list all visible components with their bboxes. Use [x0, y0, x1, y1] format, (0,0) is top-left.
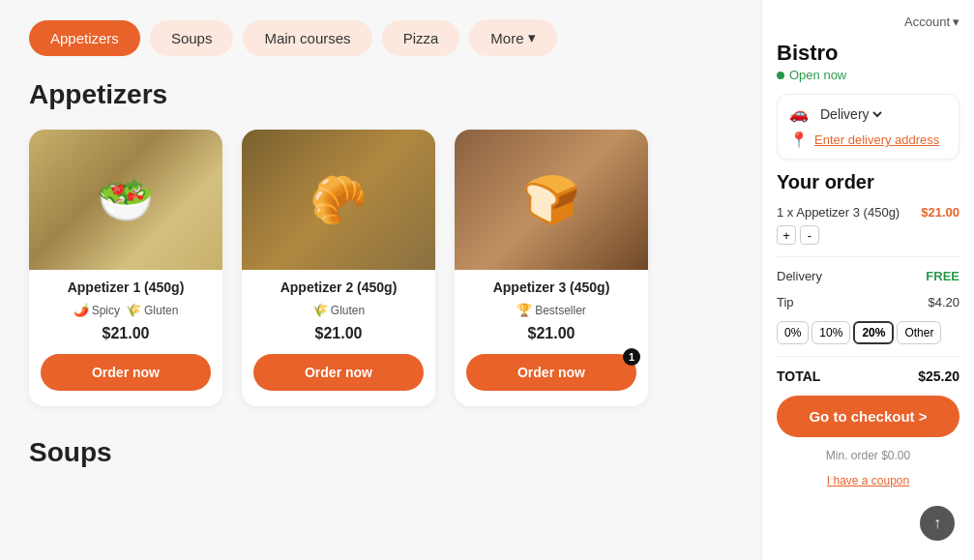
open-status: Open now	[777, 68, 959, 82]
tip-options-group: 0% 10% 20% Other	[777, 321, 959, 344]
tip-opt-20[interactable]: 20%	[853, 321, 894, 344]
chevron-down-icon: ▾	[528, 29, 536, 46]
qty-increase-btn[interactable]: +	[777, 225, 796, 245]
product-grid: 🥗 Appetizer 1 (450g) 🌶️ Spicy 🌾 Gluten $…	[29, 130, 732, 406]
product-price-1: $21.00	[43, 325, 209, 342]
tag-gluten-2: 🌾 Gluten	[312, 303, 365, 317]
total-amount: $25.20	[918, 368, 959, 384]
tip-opt-other[interactable]: Other	[897, 321, 941, 344]
order-item-price: $21.00	[921, 205, 959, 220]
spicy-icon: 🌶️	[74, 303, 89, 317]
scroll-top-button[interactable]: ↑	[920, 506, 955, 541]
sidebar: Account ▾ Bistro Open now 🚗 Delivery 📍 E…	[761, 0, 974, 560]
delivery-address-link[interactable]: Enter delivery address	[814, 133, 939, 147]
order-btn-3[interactable]: Order now 1	[466, 354, 636, 391]
tag-bestseller: 🏆 Bestseller	[517, 303, 586, 317]
checkout-button[interactable]: Go to checkout >	[777, 396, 959, 437]
product-card-2: 🥐 Appetizer 2 (450g) 🌾 Gluten $21.00 Ord…	[242, 130, 435, 406]
tag-spicy: 🌶️ Spicy	[74, 303, 120, 317]
food-image-placeholder-1: 🥗	[29, 130, 222, 270]
divider-1	[777, 256, 959, 257]
product-tags-2: 🌾 Gluten	[255, 303, 422, 317]
main-content: Appetizers Soups Main courses Pizza More…	[0, 0, 761, 560]
nav-btn-appetizers[interactable]: Appetizers	[29, 20, 140, 56]
section-title-soups: Soups	[29, 437, 732, 468]
qty-decrease-btn[interactable]: -	[800, 225, 819, 245]
sidebar-header: Account ▾	[777, 15, 959, 29]
cart-badge: 1	[623, 348, 640, 366]
product-tags-1: 🌶️ Spicy 🌾 Gluten	[43, 303, 209, 317]
delivery-type-select[interactable]: Delivery	[816, 105, 885, 123]
total-label: TOTAL	[777, 368, 820, 384]
product-image-3: 🍞	[455, 130, 648, 270]
food-image-placeholder-2: 🥐	[242, 130, 435, 270]
order-btn-1[interactable]: Order now	[41, 354, 211, 391]
nav-btn-pizza[interactable]: Pizza	[382, 20, 460, 56]
food-image-placeholder-3: 🍞	[455, 130, 648, 270]
nav-btn-more[interactable]: More ▾	[469, 19, 556, 56]
nav-btn-soups[interactable]: Soups	[150, 20, 234, 56]
order-item-label: 1 x Appetizer 3 (450g)	[777, 205, 900, 220]
product-price-2: $21.00	[255, 325, 422, 342]
tip-label: Tip	[777, 295, 794, 309]
nav-btn-main-courses[interactable]: Main courses	[243, 20, 371, 56]
min-order-text: Min. order $0.00	[777, 449, 959, 462]
restaurant-info: Bistro Open now	[777, 41, 959, 82]
tip-amount: $4.20	[928, 295, 959, 309]
tip-opt-0[interactable]: 0%	[777, 321, 809, 344]
gluten-icon-1: 🌾	[126, 303, 141, 317]
order-item-row: 1 x Appetizer 3 (450g) $21.00 + -	[777, 205, 959, 245]
your-order-title: Your order	[777, 171, 959, 193]
scroll-up-icon: ↑	[933, 515, 941, 532]
bestseller-icon: 🏆	[517, 303, 532, 317]
tip-row: Tip $4.20	[777, 295, 959, 309]
product-card-1: 🥗 Appetizer 1 (450g) 🌶️ Spicy 🌾 Gluten $…	[29, 130, 222, 406]
delivery-box: 🚗 Delivery 📍 Enter delivery address	[777, 94, 959, 160]
delivery-row: Delivery FREE	[777, 269, 959, 283]
product-name-2: Appetizer 2 (450g)	[255, 280, 422, 295]
gluten-icon-2: 🌾	[312, 303, 328, 317]
order-item-line: 1 x Appetizer 3 (450g) $21.00	[777, 205, 959, 220]
coupon-link[interactable]: I have a coupon	[777, 474, 959, 487]
tag-gluten-1: 🌾 Gluten	[126, 303, 178, 317]
tip-opt-10[interactable]: 10%	[812, 321, 850, 344]
product-image-1: 🥗	[29, 130, 222, 270]
product-tags-3: 🏆 Bestseller	[468, 303, 635, 317]
restaurant-name: Bistro	[777, 41, 959, 66]
account-chevron-icon: ▾	[953, 15, 959, 29]
total-row: TOTAL $25.20	[777, 368, 959, 384]
section-title-appetizers: Appetizers	[29, 79, 732, 110]
account-button[interactable]: Account ▾	[904, 15, 959, 29]
product-image-2: 🥐	[242, 130, 435, 270]
car-icon: 🚗	[789, 104, 809, 123]
delivery-label: Delivery	[777, 269, 822, 283]
product-price-3: $21.00	[468, 325, 635, 342]
qty-controls: + -	[777, 225, 959, 245]
divider-2	[777, 356, 959, 357]
delivery-select-row: 🚗 Delivery	[789, 104, 947, 123]
product-card-3: 🍞 Appetizer 3 (450g) 🏆 Bestseller $21.00…	[455, 130, 648, 406]
category-nav: Appetizers Soups Main courses Pizza More…	[29, 19, 732, 56]
product-name-1: Appetizer 1 (450g)	[43, 280, 209, 295]
address-row: 📍 Enter delivery address	[789, 131, 947, 149]
open-dot-icon	[777, 72, 784, 79]
delivery-price: FREE	[926, 269, 959, 283]
location-icon: 📍	[789, 131, 809, 149]
product-name-3: Appetizer 3 (450g)	[468, 280, 635, 295]
order-btn-2[interactable]: Order now	[253, 354, 424, 391]
